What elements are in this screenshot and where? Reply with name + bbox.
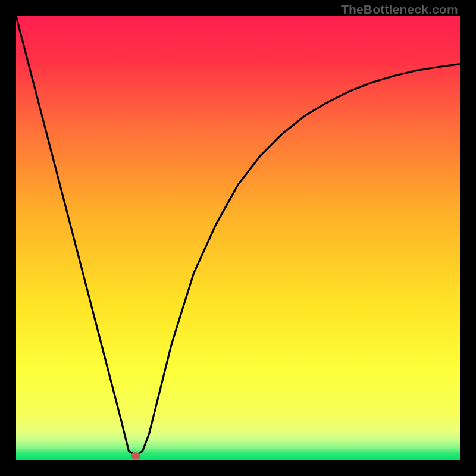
minimum-marker bbox=[131, 452, 140, 459]
bottleneck-curve bbox=[16, 16, 460, 460]
watermark-text: TheBottleneck.com bbox=[341, 2, 458, 17]
chart-frame: TheBottleneck.com bbox=[0, 0, 476, 476]
